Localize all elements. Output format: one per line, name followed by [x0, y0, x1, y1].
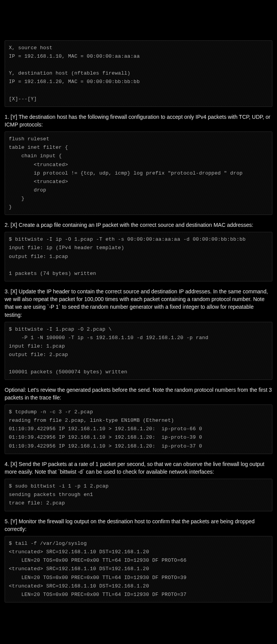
optional-text: Optional: Let's review the generated pac… — [5, 386, 272, 402]
step-5-text: 5. [Y] Monitor the firewall log output o… — [5, 518, 272, 533]
step-2-code: $ bittwiste -I ip -O 1.pcap -T eth -s 00… — [5, 232, 272, 281]
step-2-text: 2. [X] Create a pcap file containing an … — [5, 221, 272, 229]
step-4-code: $ sudo bittwist -i 1 -p 1 2.pcap sending… — [5, 479, 272, 511]
step-5-code: $ tail -f /var/log/syslog <truncated> SR… — [5, 536, 272, 602]
step-3-code: $ bittwiste -I 1.pcap -O 2.pcap \ -P 1 -… — [5, 322, 272, 380]
step-3-text: 3. [X] Update the IP header to contain t… — [5, 288, 272, 319]
step-1-text: 1. [Y] The destination host has the foll… — [5, 113, 272, 129]
step-1-code: flush ruleset table inet filter { chain … — [5, 131, 272, 215]
optional-code: $ tcpdump -n -c 3 -r 2.pcap reading from… — [5, 404, 272, 454]
document-body: X, source host IP = 192.168.1.10, MAC = … — [5, 5, 272, 644]
step-4-text: 4. [X] Send the IP packets at a rate of … — [5, 460, 272, 476]
setup-block: X, source host IP = 192.168.1.10, MAC = … — [5, 40, 272, 107]
